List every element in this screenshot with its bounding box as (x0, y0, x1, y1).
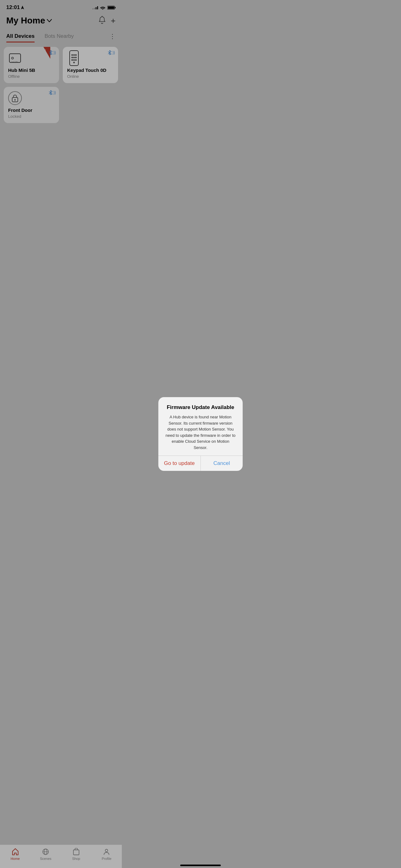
dialog-overlay: Firmware Update Available A Hub device i… (0, 0, 122, 264)
